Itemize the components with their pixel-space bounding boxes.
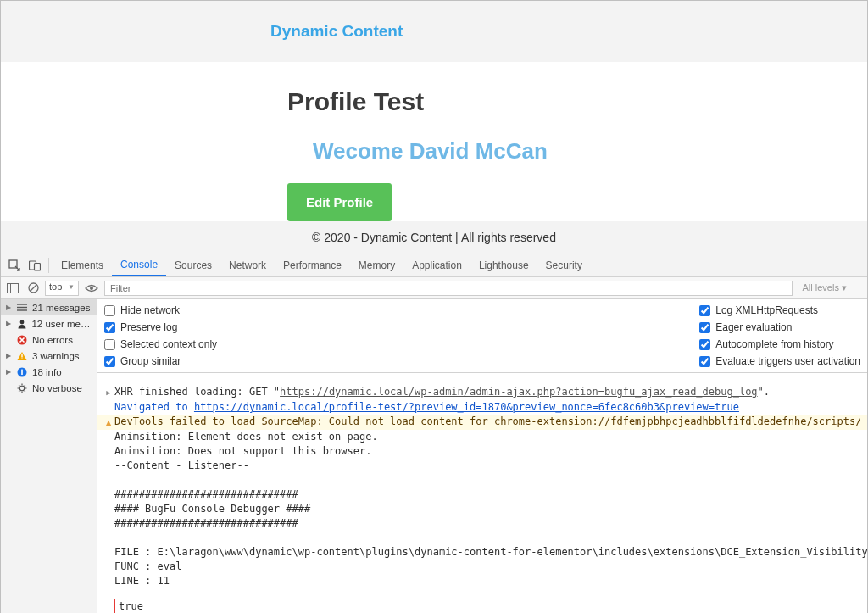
- setting-eager-eval[interactable]: Eager evaluation: [699, 320, 792, 335]
- setting-preserve-log[interactable]: Preserve log: [104, 320, 217, 335]
- page-title: Profile Test: [287, 87, 867, 116]
- error-icon: [16, 334, 28, 346]
- console-output: ▶ XHR finished loading: GET "https://dyn…: [97, 373, 867, 613]
- warning-icon: [16, 350, 28, 362]
- devtools-panel: Elements Console Sources Network Perform…: [1, 254, 867, 613]
- expand-icon[interactable]: ▶: [106, 386, 110, 400]
- svg-rect-2: [35, 264, 41, 271]
- log-navigation: Navigated to https://dynamic.local/profi…: [97, 400, 867, 415]
- svg-point-18: [19, 386, 25, 391]
- sidebar-toggle-icon[interactable]: [4, 283, 21, 293]
- page-content: Profile Test Wecome David McCan Edit Pro…: [1, 62, 867, 221]
- footer-text: © 2020 - Dynamic Content | All rights re…: [1, 221, 867, 254]
- sidebar-item-info[interactable]: ▶ 18 info: [1, 364, 97, 380]
- tab-sources[interactable]: Sources: [166, 254, 220, 276]
- tab-console[interactable]: Console: [112, 254, 166, 276]
- sidebar-item-warnings[interactable]: ▶ 3 warnings: [1, 348, 97, 364]
- sidebar-item-label: No errors: [32, 335, 73, 345]
- header-bar: Dynamic Content: [1, 1, 867, 62]
- log-link[interactable]: https://dynamic.local/profile-test/?prev…: [194, 401, 739, 413]
- setting-label: Log XMLHttpRequests: [715, 304, 818, 316]
- log-text: ".: [758, 386, 770, 398]
- tab-network[interactable]: Network: [220, 254, 275, 276]
- tab-application[interactable]: Application: [403, 254, 470, 276]
- console-settings: Hide network Preserve log Selected conte…: [97, 299, 867, 373]
- log-text: DevTools failed to load SourceMap: Could…: [114, 415, 494, 427]
- clear-console-icon[interactable]: [25, 282, 42, 293]
- log-text: Navigated to: [114, 401, 194, 413]
- sidebar-item-messages[interactable]: ▶ 21 messages: [1, 299, 97, 315]
- setting-hide-network[interactable]: Hide network: [104, 303, 217, 318]
- svg-rect-13: [21, 354, 22, 358]
- log-text: Animsition: Element does not exist on pa…: [114, 430, 860, 444]
- edit-profile-button[interactable]: Edit Profile: [287, 183, 392, 221]
- log-link[interactable]: chrome-extension://fdfemjpbhpcjeadhbblfi…: [494, 415, 860, 427]
- log-link[interactable]: https://dynamic.local/wp-admin/admin-aja…: [280, 386, 758, 398]
- setting-label: Group similar: [120, 355, 181, 367]
- setting-log-xhr[interactable]: Log XMLHttpRequests: [699, 303, 818, 318]
- sidebar-item-label: 12 user mes…: [31, 319, 93, 329]
- sidebar-item-label: 21 messages: [32, 303, 90, 313]
- tab-performance[interactable]: Performance: [275, 254, 350, 276]
- console-filter-bar: top All levels ▾: [1, 277, 867, 299]
- setting-autocomplete[interactable]: Autocomplete from history: [699, 337, 833, 352]
- filter-input[interactable]: [104, 281, 793, 296]
- log-animsition2: Animsition: Does not support this browse…: [97, 444, 867, 459]
- setting-label: Selected context only: [120, 338, 217, 350]
- log-bugfu-block: ############################## #### BugF…: [97, 488, 867, 588]
- setting-label: Hide network: [120, 304, 180, 316]
- tab-memory[interactable]: Memory: [350, 254, 403, 276]
- user-icon: [16, 318, 28, 330]
- log-xhr: ▶ XHR finished loading: GET "https://dyn…: [97, 385, 867, 400]
- svg-point-7: [90, 287, 93, 290]
- brand-link[interactable]: Dynamic Content: [270, 22, 403, 41]
- tab-security[interactable]: Security: [537, 254, 591, 276]
- sidebar-item-user-messages[interactable]: ▶ 12 user mes…: [1, 315, 97, 332]
- log-text: XHR finished loading: GET ": [114, 386, 280, 398]
- log-listener: --Content - Listener--: [97, 459, 867, 473]
- live-expression-icon[interactable]: [82, 284, 101, 293]
- welcome-heading: Wecome David McCan: [287, 138, 867, 164]
- setting-label: Autocomplete from history: [715, 338, 833, 350]
- context-select[interactable]: top: [45, 281, 79, 296]
- sidebar-item-label: 3 warnings: [32, 351, 80, 361]
- messages-icon: [16, 302, 28, 314]
- setting-label: Eager evaluation: [715, 321, 792, 333]
- sidebar-item-errors[interactable]: No errors: [1, 332, 97, 348]
- svg-rect-16: [21, 371, 23, 375]
- setting-selected-context[interactable]: Selected context only: [104, 337, 217, 352]
- setting-group-similar[interactable]: Group similar: [104, 354, 217, 369]
- log-animsition1: Animsition: Element does not exist on pa…: [97, 430, 867, 444]
- svg-rect-17: [21, 369, 23, 371]
- devtools-tabs: Elements Console Sources Network Perform…: [1, 254, 867, 277]
- log-text: Animsition: Does not support this browse…: [114, 444, 860, 459]
- setting-label: Preserve log: [120, 321, 177, 333]
- setting-eval-triggers[interactable]: Evaluate triggers user activation: [699, 354, 860, 369]
- rendered-page: Dynamic Content Profile Test Wecome Davi…: [1, 1, 867, 254]
- svg-point-11: [19, 320, 24, 324]
- verbose-icon: [16, 382, 28, 394]
- log-true-value: true: [114, 599, 147, 613]
- setting-label: Evaluate triggers user activation: [715, 355, 860, 367]
- tab-lighthouse[interactable]: Lighthouse: [470, 254, 537, 276]
- inspect-icon[interactable]: [4, 254, 25, 276]
- log-levels-select[interactable]: All levels ▾: [796, 282, 864, 293]
- warning-icon: ▲: [106, 415, 112, 430]
- sidebar-item-label: No verbose: [32, 383, 82, 393]
- svg-rect-3: [8, 283, 19, 293]
- console-sidebar: ▶ 21 messages ▶ 12 user mes… No errors ▶: [1, 299, 97, 613]
- svg-line-6: [30, 285, 36, 292]
- sidebar-item-label: 18 info: [32, 367, 62, 377]
- svg-rect-14: [21, 358, 22, 359]
- info-icon: [16, 366, 28, 378]
- sidebar-item-verbose[interactable]: No verbose: [1, 380, 97, 396]
- tab-elements[interactable]: Elements: [53, 254, 112, 276]
- log-warning: ▲ DevTools failed to load SourceMap: Cou…: [97, 415, 867, 430]
- device-toggle-icon[interactable]: [25, 254, 45, 276]
- log-text: --Content - Listener--: [114, 459, 860, 473]
